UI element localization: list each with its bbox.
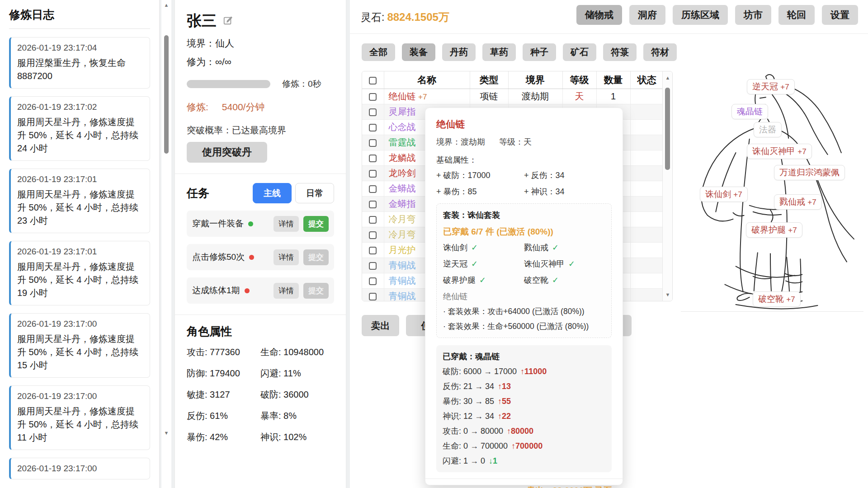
nav-button-历练区域[interactable]: 历练区域	[673, 5, 728, 25]
task-submit-button[interactable]: 提交	[303, 216, 329, 232]
task-status-dot	[248, 221, 253, 226]
task-name: 达成练体1期	[192, 285, 240, 296]
row-checkbox[interactable]	[369, 108, 377, 116]
divider	[350, 33, 868, 34]
filter-button-丹药[interactable]: 丹药	[442, 43, 476, 61]
edit-name-icon[interactable]	[223, 15, 233, 27]
task-detail-button[interactable]: 详情	[274, 283, 299, 299]
equip-badge-necklace[interactable]: 魂晶链	[731, 104, 768, 119]
select-all-checkbox[interactable]	[369, 77, 377, 84]
item-status-cell	[630, 242, 663, 258]
nav-button-坊市[interactable]: 坊市	[735, 5, 771, 25]
row-check-cell	[362, 181, 384, 196]
row-checkbox[interactable]	[369, 139, 377, 147]
row-checkbox[interactable]	[369, 231, 377, 239]
set-piece-破界护腿: 破界护腿✓	[443, 275, 524, 286]
equip-badge-armor[interactable]: 诛仙灭神甲 +7	[747, 144, 812, 159]
scroll-up-icon[interactable]: ▲	[161, 2, 171, 8]
row-checkbox[interactable]	[369, 247, 377, 254]
scrollbar-thumb[interactable]	[665, 88, 670, 170]
row-checkbox[interactable]	[369, 185, 377, 193]
row-checkbox[interactable]	[369, 93, 377, 101]
item-status-cell	[630, 258, 663, 273]
attribute-防御: 防御: 179400	[187, 367, 260, 380]
log-entry-text: 服用周天星斗丹，修炼速度提升 50%，延长 4 小时，总持续 15 小时	[17, 333, 143, 372]
col-name: 名称	[384, 71, 470, 89]
nav-button-轮回[interactable]: 轮回	[778, 5, 815, 25]
row-check-cell	[362, 288, 384, 301]
item-status-cell	[630, 227, 663, 242]
sell-button[interactable]: 卖出	[362, 315, 399, 336]
tooltip-base-label: 基础属性：	[436, 155, 612, 165]
log-entry: 2026-01-19 23:17:00服用周天星斗丹，修炼速度提升 50%，延长…	[9, 313, 150, 378]
tooltip-compare-box: 已穿戴：魂晶链 破防: 6000 → 17000↑11000反伤: 21 → 3…	[436, 345, 612, 472]
filter-button-符箓[interactable]: 符箓	[603, 43, 637, 61]
task-tab-主线[interactable]: 主线	[253, 183, 292, 203]
filter-button-草药[interactable]: 草药	[482, 43, 516, 61]
compare-row-闪避: 闪避: 1 → 0↓1	[443, 455, 605, 466]
set-name: 套装：诛仙套装	[443, 210, 605, 221]
select-all-cell	[362, 71, 384, 89]
scroll-down-icon[interactable]: ▼	[663, 292, 673, 297]
character-name: 张三	[187, 11, 217, 31]
filter-button-种子[interactable]: 种子	[523, 43, 556, 61]
task-tab-日常[interactable]: 日常	[295, 183, 334, 203]
task-submit-button[interactable]: 提交	[303, 283, 329, 299]
item-tooltip: 绝仙链 境界：渡劫期 等级：天 基础属性： + 破防：17000+ 反伤：34+…	[425, 108, 623, 485]
log-scrollbar[interactable]: ▲ ▼	[161, 0, 171, 488]
row-checkbox[interactable]	[369, 124, 377, 131]
compare-row-破防: 破防: 6000 → 17000↑11000	[443, 366, 605, 377]
col-level: 等级	[562, 71, 596, 89]
inventory-scrollbar[interactable]: ▲ ▼	[662, 71, 672, 301]
nav-button-储物戒[interactable]: 储物戒	[576, 5, 622, 25]
compare-row-攻击: 攻击: 0 → 80000↑80000	[443, 426, 605, 436]
row-checkbox[interactable]	[369, 262, 377, 270]
set-piece-逆天冠: 逆天冠✓	[443, 258, 524, 269]
row-checkbox[interactable]	[369, 201, 377, 208]
breakthrough-line: 突破概率：已达最高境界	[187, 124, 334, 136]
spirit-stone-label: 灵石:	[361, 11, 384, 23]
set-pieces: 诛仙剑✓戮仙戒✓逆天冠✓诛仙灭神甲✓破界护腿✓破空靴✓绝仙链	[443, 242, 605, 302]
table-row[interactable]: 绝仙链 +7 项链 渡劫期 天 1	[362, 89, 663, 104]
scroll-up-icon[interactable]: ▲	[663, 75, 673, 80]
item-status-cell	[630, 135, 663, 150]
filter-button-矿石[interactable]: 矿石	[563, 43, 596, 61]
item-status-cell	[630, 181, 663, 196]
task-item: 点击修炼50次 详情 提交	[187, 244, 334, 270]
equip-badge-ring[interactable]: 戮仙戒 +7	[774, 194, 822, 210]
compare-rows: 破防: 6000 → 17000↑11000反伤: 21 → 34↑13暴伤: …	[443, 366, 605, 466]
equip-badge-legs[interactable]: 破界护腿 +7	[746, 222, 802, 238]
item-type-cell: 项链	[470, 89, 508, 104]
filter-button-符材[interactable]: 符材	[643, 43, 677, 61]
log-entry-time: 2026-01-19 23:17:00	[17, 464, 143, 474]
use-breakthrough-pill-button[interactable]: 使用突破丹	[187, 142, 267, 163]
equip-badge-pendant[interactable]: 万道归宗鸿蒙佩	[774, 165, 845, 180]
task-detail-button[interactable]: 详情	[274, 249, 299, 265]
log-list: 2026-01-19 23:17:04服用涅槃重生丹，恢复生命 8887200 …	[9, 37, 150, 479]
filter-button-装备[interactable]: 装备	[402, 43, 435, 61]
breakthrough-value: 已达最高境界	[232, 125, 286, 135]
equip-badge-boots[interactable]: 破空靴 +7	[753, 291, 801, 307]
task-submit-button[interactable]: 提交	[303, 249, 329, 265]
row-checkbox[interactable]	[369, 293, 377, 300]
top-nav: 储物戒洞府历练区域坊市轮回设置	[576, 5, 858, 25]
compare-row-生命: 生命: 0 → 700000↑700000	[443, 441, 605, 451]
row-checkbox[interactable]	[369, 170, 377, 178]
filter-button-全部[interactable]: 全部	[362, 43, 395, 61]
scroll-down-icon[interactable]: ▼	[161, 430, 171, 436]
equip-badge-weapon[interactable]: 诛仙剑 +7	[700, 187, 748, 202]
nav-button-设置[interactable]: 设置	[822, 5, 858, 25]
set-effect: · 套装效果：生命+560000 (已激活 (80%))	[443, 321, 605, 332]
equip-badge-artifact[interactable]: 法器	[754, 122, 782, 137]
log-entry-time: 2026-01-19 23:17:00	[17, 319, 143, 329]
tooltip-grade-value: 天	[524, 137, 532, 146]
row-checkbox[interactable]	[369, 155, 377, 162]
attribute-破防: 破防: 36000	[260, 389, 334, 401]
equip-badge-crown[interactable]: 逆天冠 +7	[747, 79, 795, 94]
row-checkbox[interactable]	[369, 277, 377, 285]
row-checkbox[interactable]	[369, 216, 377, 224]
scrollbar-thumb[interactable]	[164, 35, 169, 154]
nav-button-洞府[interactable]: 洞府	[629, 5, 665, 25]
task-detail-button[interactable]: 详情	[274, 216, 299, 232]
compare-row-神识: 神识: 12 → 34↑22	[443, 411, 605, 422]
